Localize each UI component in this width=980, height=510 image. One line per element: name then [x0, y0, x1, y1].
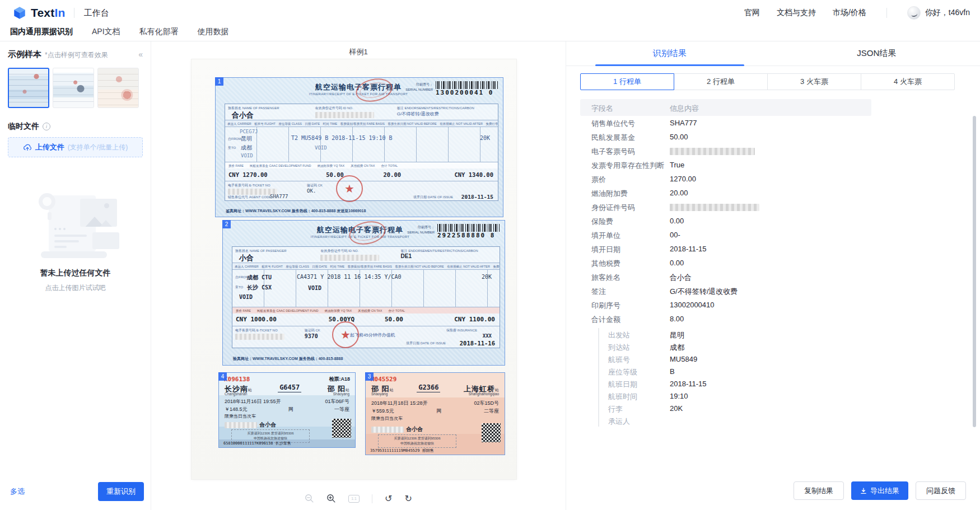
- redacted-value: [670, 148, 755, 155]
- copy-result-button[interactable]: 复制结果: [794, 481, 844, 500]
- train4-to-zhan: 站: [346, 388, 349, 392]
- air2-fare-headers: 票价 FARE 民航发展基金 CAAC DEVELOPMENT FUND 燃油附…: [232, 307, 500, 314]
- table-subrow: 航班号MU5849: [599, 353, 871, 365]
- air1-fund: 50.00: [326, 171, 344, 178]
- results-scrollbar[interactable]: [973, 116, 976, 427]
- train3-train-number: G2366: [417, 383, 440, 392]
- field-table: 销售单位代号SHA777 民航发展基金50.00 电子客票号码 发票专用章存在性…: [580, 116, 871, 427]
- sample-thumbnail-3[interactable]: [97, 68, 139, 108]
- info-icon[interactable]: i: [43, 123, 50, 130]
- subfield-value: 20K: [670, 404, 683, 413]
- table-row: 旅客姓名合小合: [580, 270, 871, 284]
- nav-official-site[interactable]: 官网: [744, 8, 760, 18]
- train4-bottom-code: 65810000111117K096138 长沙车售: [219, 439, 355, 447]
- zoom-out-icon[interactable]: [305, 494, 314, 503]
- multi-select-link[interactable]: 多选: [10, 486, 25, 497]
- air2-endorse: DE1: [401, 253, 412, 259]
- table-row: 保险费0.00: [580, 214, 871, 228]
- air2-to-label: 至TO: [235, 285, 243, 290]
- textin-logo[interactable]: TextIn: [12, 6, 65, 20]
- table-row: 票价1270.00: [580, 172, 871, 186]
- rotate-right-icon[interactable]: ↻: [405, 494, 412, 503]
- tab-private-deploy[interactable]: 私有化部署: [139, 27, 179, 37]
- air1-fuel: 20.00: [383, 171, 401, 178]
- redacted-value: [670, 204, 759, 211]
- tab-api-docs[interactable]: API文档: [92, 27, 120, 37]
- tab-json-result[interactable]: JSON结果: [773, 41, 980, 65]
- textin-cube-icon: [12, 6, 27, 20]
- air2-insure-label: 保险费 INSURANCE: [446, 328, 477, 333]
- train3-datetime: 2018年11月18日 15:28开: [371, 400, 427, 407]
- rerecognize-button[interactable]: 重新识别: [98, 482, 144, 501]
- air1-endorse: G/不得签转/退改收费: [397, 111, 439, 117]
- table-subrow: 航班日期2018-11-15: [599, 377, 871, 390]
- table-subrow: 到达站成都: [599, 340, 871, 353]
- nav-market-pricing[interactable]: 市场/价格: [833, 8, 866, 18]
- zoom-in-icon[interactable]: [326, 494, 336, 503]
- table-subrow: 行李20K: [599, 402, 871, 414]
- air2-issue-date: 2018-11-16: [460, 340, 495, 347]
- air2-red-oval-stamp: [347, 218, 388, 248]
- logo-text-secondary: In: [54, 6, 65, 19]
- samples-title: 示例样本: [8, 49, 41, 60]
- upload-hint: (支持单个/批量上传): [68, 143, 128, 152]
- subfield-label: 出发站: [608, 330, 630, 340]
- document-viewer: 样例1 1 航空运输电子客票行程单 ITINERARY/RECEIPT OF E…: [151, 41, 566, 510]
- export-result-button[interactable]: 导出结果: [851, 481, 908, 500]
- air2-insure: XXX: [483, 333, 492, 339]
- field-label: 印刷序号: [591, 301, 620, 311]
- workspace-link[interactable]: 工作台: [83, 8, 109, 18]
- field-value: 1270.00: [670, 175, 696, 183]
- actual-size-icon[interactable]: 1:1: [348, 495, 360, 503]
- account-menu[interactable]: 你好，t46vfn: [907, 6, 970, 20]
- subfield-label: 行李: [608, 404, 623, 414]
- subtab-itinerary-1[interactable]: 1 行程单: [580, 73, 674, 90]
- field-label: 发票专用章存在性判断: [591, 161, 664, 171]
- sample-thumbnail-1[interactable]: [8, 68, 49, 108]
- cloud-upload-icon: [23, 143, 32, 151]
- air1-issue-label: 填开日期 DATE OF ISSUE: [413, 195, 453, 200]
- air1-column-headers: 承运人 CARRIER 航班号 FLIGHT 座位等级 CLASS 日期 DAT…: [225, 120, 498, 127]
- tab-recognition-result[interactable]: 识别结果: [566, 41, 773, 65]
- table-row: 签注G/不得签转/退改收费: [580, 284, 871, 298]
- column-field-value: 信息内容: [670, 104, 699, 114]
- subfield-value: 昆明: [670, 330, 684, 340]
- table-subrow: 座位等级B: [599, 365, 871, 377]
- air2-serial-label: 印刷序号：: [418, 226, 435, 229]
- subtab-train-3[interactable]: 3 火车票: [767, 73, 861, 90]
- user-avatar: [907, 6, 921, 20]
- subfield-label: 到达站: [608, 343, 630, 353]
- table-row: 填开单位00-: [580, 228, 871, 242]
- air1-id-redacted: [315, 112, 374, 118]
- rotate-left-icon[interactable]: ↺: [385, 494, 392, 503]
- tab-usage-data[interactable]: 使用数据: [198, 27, 229, 37]
- train4-from-zhan: 站: [248, 388, 252, 392]
- sample-title: 样例1: [151, 47, 566, 57]
- train3-passenger: 合小合: [406, 425, 423, 433]
- illus-magnifier: [39, 193, 55, 210]
- sidebar: 示例样本 *点击样例可查看效果 « 临时文件 i 上传文件 (支持单个/批量上传…: [0, 41, 151, 510]
- air1-agent: SHA777: [270, 194, 288, 199]
- subtab-itinerary-2[interactable]: 2 行程单: [674, 73, 768, 90]
- air2-total: CNY 1100.00: [454, 316, 495, 323]
- train3-seat: 02车15D号: [474, 400, 499, 407]
- sidebar-collapse-icon[interactable]: «: [138, 50, 143, 59]
- toolbar-divider: [372, 494, 372, 503]
- logo-text-primary: Text: [31, 6, 54, 19]
- field-label: 民航发展基金: [591, 133, 635, 143]
- air2-id-label: 有效身份证件号码 ID NO.: [320, 249, 358, 254]
- air2-issue-label: 填开日期 DATE OF ISSUE: [406, 341, 446, 346]
- air2-barcode: [437, 224, 500, 232]
- table-subrow: 航班时间19:10: [599, 390, 871, 402]
- air1-total: CNY 1340.00: [454, 171, 493, 178]
- region-badge-3: 3: [365, 372, 374, 381]
- subtab-train-4[interactable]: 4 火车票: [861, 73, 955, 90]
- nav-docs-support[interactable]: 文档与支持: [777, 8, 816, 18]
- air1-barcode: [436, 81, 498, 89]
- air2-eticket-label: 电子客票号码 E-TICKET NO: [235, 328, 278, 333]
- tab-general-invoice-ocr[interactable]: 国内通用票据识别: [10, 27, 73, 37]
- sample-thumbnail-2[interactable]: [53, 68, 94, 108]
- feedback-button[interactable]: 问题反馈: [916, 481, 966, 500]
- table-row: 身份证件号码: [580, 200, 871, 214]
- upload-button[interactable]: 上传文件 (支持单个/批量上传): [8, 137, 143, 157]
